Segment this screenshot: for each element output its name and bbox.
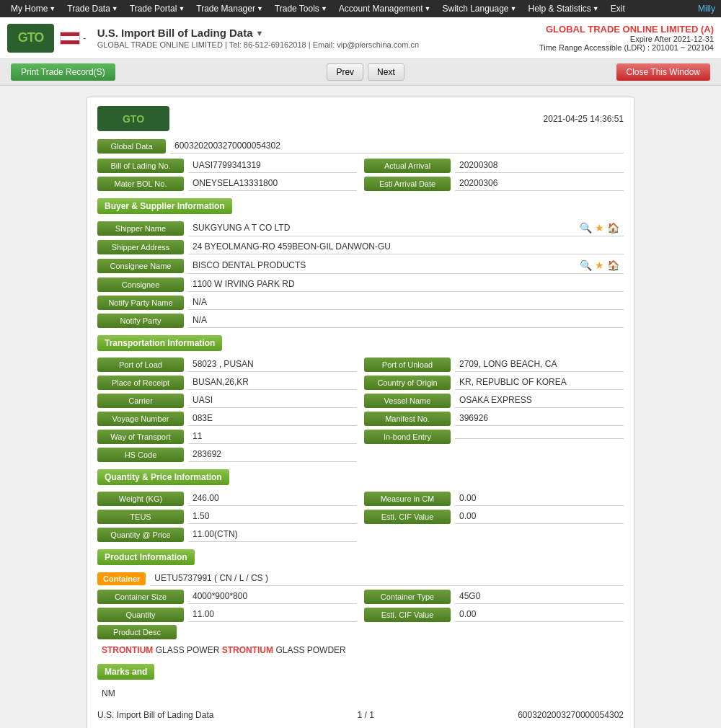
separator: -: [83, 32, 87, 44]
prod-quantity-cif-row: Quantity 11.00 Esti. CIF Value 0.00: [97, 607, 624, 622]
close-button[interactable]: Close This Window: [616, 63, 710, 81]
shipper-address-col: Shipper Address 24 BYEOLMANG-RO 459BEON-…: [97, 239, 624, 254]
consignee-row: Consignee 1100 W IRVING PARK RD: [97, 277, 624, 292]
buyer-supplier-header: Buyer & Supplier Information: [97, 198, 232, 214]
consignee-value: 1100 W IRVING PARK RD: [188, 277, 624, 292]
chevron-down-icon: ▼: [112, 5, 118, 12]
hs-code-value: 283692: [188, 447, 357, 462]
nav-buttons: Prev Next: [327, 63, 404, 81]
voyage-manifest-row: Voyage Number 083E Manifest No. 396926: [97, 411, 624, 426]
global-data-row: Global Data 6003202003270000054302: [97, 138, 624, 154]
card-footer: U.S. Import Bill of Lading Data 1 / 1 60…: [97, 707, 624, 723]
chevron-down-icon: ▼: [510, 5, 517, 12]
nav-switch-language[interactable]: Switch Language ▼: [437, 1, 521, 16]
nav-items: My Home ▼ Trade Data ▼ Trade Portal ▼ Tr…: [6, 1, 630, 16]
product-desc-label: Product Desc: [97, 625, 177, 639]
prod-quantity-col: Quantity 11.00: [97, 607, 357, 622]
consignee-name-value: BISCO DENTAL PRODUCTS: [193, 260, 306, 270]
way-transport-label: Way of Transport: [97, 430, 184, 444]
nav-trade-tools[interactable]: Trade Tools ▼: [270, 1, 332, 16]
bol-col: Bill of Lading No. UASI7799341319: [97, 158, 357, 173]
expire-date: Expire After 2021-12-31: [539, 35, 714, 43]
container-size-type-row: Container Size 4000*900*800 Container Ty…: [97, 589, 624, 604]
master-bol-value: ONEYSELA13331800: [188, 176, 357, 191]
nav-trade-portal[interactable]: Trade Portal ▼: [125, 1, 190, 16]
prod-quantity-label: Quantity: [97, 608, 184, 622]
nav-account-management[interactable]: Account Management ▼: [334, 1, 436, 16]
nav-help-statistics[interactable]: Help & Statistics ▼: [523, 1, 603, 16]
consignee-name-value-area: BISCO DENTAL PRODUCTS 🔍 ★ 🏠: [188, 257, 624, 274]
consignee-name-label: Consignee Name: [97, 259, 184, 273]
weight-label: Weight (KG): [97, 492, 184, 506]
nav-trade-data[interactable]: Trade Data ▼: [62, 1, 123, 16]
hs-placeholder-col: [364, 447, 624, 462]
notify-party-name-value: N/A: [188, 295, 624, 310]
buyer-supplier-section: Buyer & Supplier Information Shipper Nam…: [97, 198, 624, 328]
quantity-at-price-label: Quantity @ Price: [97, 528, 184, 542]
user-name[interactable]: Milly: [698, 4, 715, 14]
esti-arrival-col: Esti Arrival Date 20200306: [364, 176, 624, 191]
notify-party-name-label: Notify Party Name: [97, 296, 184, 310]
notify-party-value: N/A: [188, 313, 624, 328]
manifest-label: Manifest No.: [364, 412, 451, 426]
shipper-star-icon[interactable]: ★: [595, 222, 604, 234]
shipper-name-value-area: SUKGYUNG A T CO LTD 🔍 ★ 🏠: [188, 220, 624, 236]
chevron-down-icon: ▼: [49, 5, 56, 12]
port-unload-label: Port of Unload: [364, 358, 451, 372]
consignee-star-icon[interactable]: ★: [595, 259, 604, 271]
actual-arrival-col: Actual Arrival 20200308: [364, 158, 624, 173]
esti-arrival-label: Esti Arrival Date: [364, 177, 451, 191]
notify-party-name-col: Notify Party Name N/A: [97, 295, 624, 310]
product-highlight-1: STRONTIUM: [102, 645, 153, 655]
teus-label: TEUS: [97, 510, 184, 524]
quantity-placeholder-col: [364, 527, 624, 542]
shipper-name-label: Shipper Name: [97, 221, 184, 236]
vessel-name-value: OSAKA EXPRESS: [455, 393, 624, 408]
teus-cif-row: TEUS 1.50 Esti. CIF Value 0.00: [97, 509, 624, 524]
header-subtitle: GLOBAL TRADE ONLINE LIMITED | Tel: 86-51…: [97, 40, 539, 49]
card-logo: GTO: [97, 106, 169, 131]
print-button[interactable]: Print Trade Record(S): [11, 63, 115, 81]
quantity-row: Quantity @ Price 11.00(CTN): [97, 527, 624, 542]
nav-my-home[interactable]: My Home ▼: [6, 1, 61, 16]
inbond-col: In-bond Entry: [364, 429, 624, 444]
footer-record-type: U.S. Import Bill of Lading Data: [97, 710, 213, 720]
way-transport-value: 11: [188, 429, 357, 444]
inbond-value: [455, 434, 624, 439]
esti-cif-value: 0.00: [455, 509, 624, 524]
container-row: Container UETU5737991 ( CN / L / CS ): [97, 571, 624, 586]
card-timestamp: 2021-04-25 14:36:51: [544, 114, 624, 124]
header-right: GLOBAL TRADE ONLINE LIMITED (A) Expire A…: [539, 24, 714, 52]
main-content: GTO 2021-04-25 14:36:51 Global Data 6003…: [0, 86, 721, 728]
manifest-value: 396926: [455, 411, 624, 426]
shipper-address-label: Shipper Address: [97, 240, 184, 254]
chevron-down-icon: ▼: [321, 5, 327, 12]
nav-trade-manager[interactable]: Trade Manager ▼: [191, 1, 268, 16]
top-navigation: My Home ▼ Trade Data ▼ Trade Portal ▼ Tr…: [0, 0, 721, 17]
transportation-section: Transportation Information Port of Load …: [97, 335, 624, 462]
container-size-value: 4000*900*800: [188, 589, 357, 604]
master-bol-row: Mater BOL No. ONEYSELA13331800 Esti Arri…: [97, 176, 624, 191]
consignee-col: Consignee 1100 W IRVING PARK RD: [97, 277, 624, 292]
shipper-home-icon[interactable]: 🏠: [607, 222, 619, 234]
consignee-home-icon[interactable]: 🏠: [607, 259, 619, 271]
teus-col: TEUS 1.50: [97, 509, 357, 524]
toolbar-left: Print Trade Record(S): [11, 63, 115, 81]
flag-area: -: [60, 32, 87, 45]
nav-exit[interactable]: Exit: [606, 1, 630, 16]
carrier-value: UASI: [188, 393, 357, 408]
weight-value: 246.00: [188, 491, 357, 506]
container-type-col: Container Type 45G0: [364, 589, 624, 604]
vessel-name-col: Vessel Name OSAKA EXPRESS: [364, 393, 624, 408]
country-origin-label: Country of Origin: [364, 376, 451, 390]
port-load-label: Port of Load: [97, 358, 184, 372]
esti-cif-label: Esti. CIF Value: [364, 510, 451, 524]
prod-quantity-value: 11.00: [188, 607, 357, 622]
next-button[interactable]: Next: [368, 63, 404, 81]
shipper-search-icon[interactable]: 🔍: [580, 222, 592, 234]
shipper-name-col: Shipper Name SUKGYUNG A T CO LTD 🔍 ★ 🏠: [97, 220, 624, 236]
quantity-price-section: Quantity & Price Information Weight (KG)…: [97, 469, 624, 542]
prev-button[interactable]: Prev: [327, 63, 363, 81]
consignee-search-icon[interactable]: 🔍: [580, 259, 592, 271]
country-origin-value: KR, REPUBLIC OF KOREA: [455, 375, 624, 390]
